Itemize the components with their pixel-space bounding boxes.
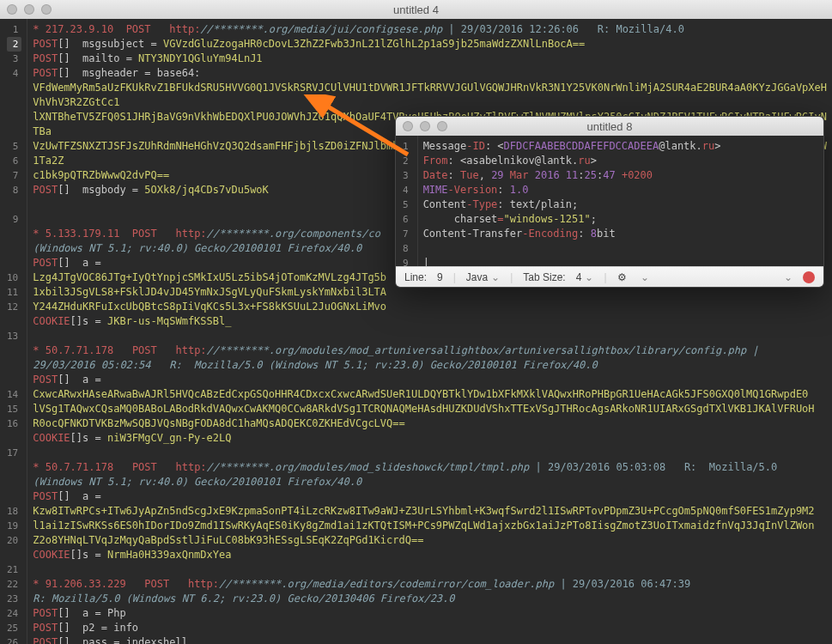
main-gutter[interactable]: 1234 5678 9 101112 13 141516 17 181920 2… [0, 19, 27, 644]
code-line[interactable]: Date: Tue, 29 Mar 2016 11:25:47 +0200 [423, 168, 818, 183]
code-line[interactable]: MIME-Version: 1.0 [423, 183, 818, 197]
close-icon[interactable] [403, 121, 413, 131]
secondary-editor-window[interactable]: untitled 8 123456789 Message-ID: <DFDCFA… [395, 116, 824, 288]
main-editor-window: untitled 4 1234 5678 9 101112 13 141516 … [0, 0, 832, 644]
code-line[interactable]: * 217.23.9.10 POST http://********.org/m… [33, 22, 827, 37]
chevron-down-icon: ⌄ [641, 271, 649, 283]
code-line[interactable]: POST[] a = [33, 489, 827, 504]
zoom-icon[interactable] [437, 121, 447, 131]
code-line[interactable]: | [423, 256, 818, 266]
code-line[interactable]: COOKIE[]s = JKBr-us-MqSWmfKSSBl_ [33, 314, 827, 329]
code-line[interactable]: POST[] mailto = NTY3NDY1QGluYm94LnJ1 [33, 52, 827, 66]
code-line[interactable]: * 50.7.71.178 POST http://********.org/m… [33, 343, 827, 358]
code-line[interactable]: From: <asabelnikov@lantk.ru> [423, 154, 818, 168]
main-window-title: untitled 4 [0, 3, 832, 16]
code-line[interactable] [33, 329, 827, 343]
status-line-label: Line: [404, 271, 427, 283]
secondary-code-area[interactable]: Message-ID: <DFDCFAABEBCDDAFEFDCCADEEA@l… [418, 136, 823, 266]
code-line[interactable]: * 50.7.71.178 POST http://********.org/m… [33, 460, 827, 475]
code-line[interactable]: POST[] msgheader = base64: [33, 66, 827, 81]
code-line[interactable]: COOKIE[]s = niW3FMgCV_gn-Py-e2LQ [33, 431, 827, 446]
code-line[interactable] [33, 446, 827, 460]
separator: | [453, 271, 456, 283]
separator: | [604, 271, 606, 283]
secondary-titlebar[interactable]: untitled 8 [396, 117, 823, 136]
status-line-value[interactable]: 9 [437, 271, 443, 283]
code-line[interactable]: charset="windows-1251"; [423, 212, 818, 227]
status-syntax[interactable]: Java⌄ [466, 271, 500, 283]
status-bar: Line: 9 | Java⌄ | Tab Size: 4⌄ | ⚙⌄ ⌄ [396, 266, 823, 287]
code-line[interactable] [423, 241, 818, 256]
code-line[interactable]: COOKIE[]s = NrmHa0H339axQnmDxYea [33, 548, 827, 562]
code-line[interactable]: POST[] pass = indexshell [33, 635, 827, 644]
code-line[interactable]: POST[] p2 = info [33, 621, 827, 635]
code-line[interactable]: POST[] a = [33, 373, 827, 387]
zoom-icon[interactable] [41, 4, 52, 15]
record-icon[interactable] [803, 271, 815, 283]
close-icon[interactable] [7, 4, 17, 15]
gear-icon[interactable]: ⚙ [617, 271, 627, 283]
code-line[interactable]: POST[] msgsubject = VGVzdGluZzogaHR0cDov… [33, 37, 827, 52]
code-line[interactable]: * 91.206.33.229 POST http://********.org… [33, 577, 827, 592]
code-line[interactable]: Content-Transfer-Encoding: 8bit [423, 227, 818, 241]
minimize-icon[interactable] [24, 4, 34, 15]
traffic-lights [7, 4, 52, 15]
code-line[interactable]: Content-Type: text/plain; [423, 197, 818, 212]
chevron-down-icon: ⌄ [585, 271, 593, 283]
status-tab-label: Tab Size: [523, 271, 565, 283]
main-code-area[interactable]: * 217.23.9.10 POST http://********.org/m… [27, 19, 832, 644]
chevron-down-icon: ⌄ [491, 271, 500, 283]
status-tab-value[interactable]: 4⌄ [576, 271, 594, 283]
code-line[interactable]: POST[] a = Php [33, 606, 827, 621]
chevron-down-icon[interactable]: ⌄ [784, 271, 793, 283]
separator: | [510, 271, 513, 283]
minimize-icon[interactable] [420, 121, 430, 131]
secondary-gutter[interactable]: 123456789 [396, 136, 418, 266]
code-line[interactable]: Message-ID: <DFDCFAABEBCDDAFEFDCCADEEA@l… [423, 139, 818, 154]
main-titlebar[interactable]: untitled 4 [0, 0, 832, 19]
traffic-lights [403, 121, 447, 131]
secondary-window-title: untitled 8 [396, 120, 823, 133]
code-line[interactable] [33, 562, 827, 577]
